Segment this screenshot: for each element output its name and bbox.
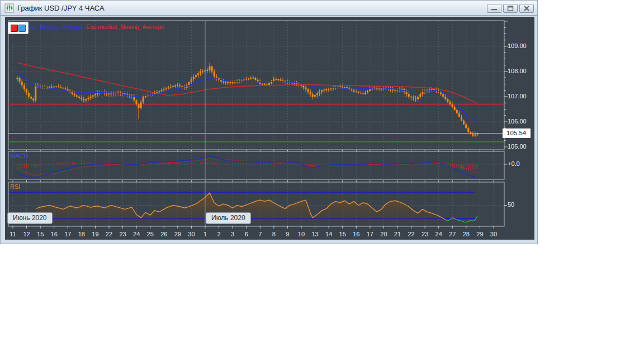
buy-swatch-icon[interactable] bbox=[18, 25, 26, 32]
time-axis-label: 1 bbox=[203, 231, 207, 237]
restore-button[interactable] bbox=[503, 4, 518, 13]
time-axis-label: 11 bbox=[10, 231, 16, 237]
time-axis-label: 30 bbox=[188, 231, 195, 237]
month-badge-july: Июль 2020 bbox=[206, 212, 251, 224]
rsi-mid-label: 50 bbox=[508, 201, 514, 209]
price-axis-label: 107.00 bbox=[508, 92, 527, 101]
time-axis-label: 17 bbox=[367, 231, 373, 237]
time-axis-label: 18 bbox=[78, 231, 85, 237]
window-title: График USD /JPY 4 ЧАСА bbox=[17, 4, 105, 12]
candlestick-chart-icon bbox=[4, 3, 14, 13]
chart-client-area: Exponential_Moving_Average Exponential_M… bbox=[5, 17, 534, 240]
minimize-button[interactable] bbox=[487, 4, 501, 13]
time-axis-label: 22 bbox=[106, 231, 112, 237]
time-axis-label: 20 bbox=[380, 231, 387, 237]
price-axis-label: 105.00 bbox=[508, 142, 527, 151]
time-axis-label: 12 bbox=[23, 231, 30, 237]
price-axis-label: 106.00 bbox=[508, 117, 527, 126]
time-axis-label: 29 bbox=[476, 231, 483, 237]
time-axis-label: 14 bbox=[325, 231, 332, 237]
time-axis-label: 24 bbox=[133, 231, 140, 237]
legend-ema-slow: Exponential_Moving_Average bbox=[86, 23, 164, 30]
time-axis-label: 24 bbox=[435, 231, 442, 237]
month-badge-june: Июнь 2020 bbox=[7, 212, 53, 224]
time-axis-label: 15 bbox=[339, 231, 346, 237]
chart-window: График USD /JPY 4 ЧАСА Exponential_Movin… bbox=[0, 0, 538, 244]
time-axis-label: 26 bbox=[160, 231, 167, 237]
time-axis-label: 15 bbox=[37, 231, 44, 237]
price-axis-label: 109.00 bbox=[508, 42, 527, 50]
time-axis-label: 7 bbox=[258, 231, 262, 237]
time-axis-label: 3 bbox=[231, 231, 234, 237]
time-axis-label: 27 bbox=[449, 231, 456, 237]
macd-indicator-label: MACD bbox=[10, 152, 28, 160]
legend-swatches[interactable] bbox=[8, 22, 29, 34]
time-axis-label: 21 bbox=[394, 231, 401, 237]
time-axis-label: 28 bbox=[463, 231, 470, 237]
price-chart-plot[interactable] bbox=[5, 17, 534, 240]
time-axis-label: 22 bbox=[408, 231, 414, 237]
title-bar[interactable]: График USD /JPY 4 ЧАСА bbox=[1, 1, 537, 16]
time-axis-label: 9 bbox=[286, 231, 289, 237]
time-axis-label: 25 bbox=[147, 231, 154, 237]
time-axis-label: 6 bbox=[245, 231, 248, 237]
rsi-indicator-label: RSI bbox=[10, 183, 20, 191]
macd-zero-label: +0.0 bbox=[508, 160, 520, 168]
time-axis-label: 16 bbox=[51, 231, 58, 237]
time-axis-label: 17 bbox=[64, 231, 71, 237]
price-axis-label: 108.00 bbox=[508, 67, 527, 75]
time-axis-label: 23 bbox=[422, 231, 428, 237]
time-axis-label: 23 bbox=[119, 231, 126, 237]
time-axis-label: 10 bbox=[298, 231, 305, 237]
time-axis-label: 16 bbox=[353, 231, 359, 237]
time-axis-label: 8 bbox=[272, 231, 276, 237]
close-button[interactable] bbox=[519, 4, 534, 13]
time-axis-label: 2 bbox=[217, 231, 221, 237]
time-axis-label: 30 bbox=[490, 231, 497, 237]
time-axis-label: 19 bbox=[92, 231, 98, 237]
time-axis-label: 13 bbox=[311, 231, 318, 237]
sell-swatch-icon[interactable] bbox=[11, 25, 18, 32]
current-price-tag: 105.54 bbox=[503, 128, 531, 138]
time-axis-label: 29 bbox=[174, 231, 181, 237]
